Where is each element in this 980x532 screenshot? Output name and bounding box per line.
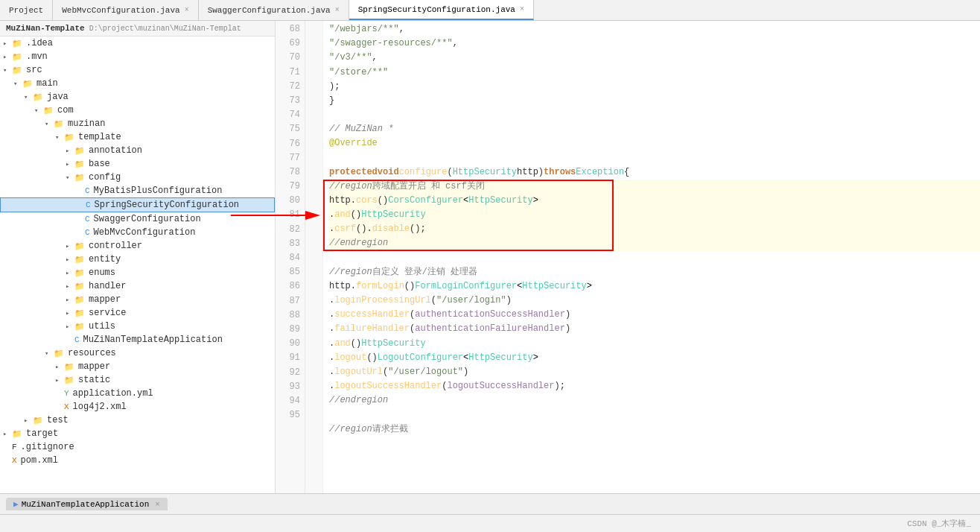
tree-item-mapper[interactable]: ▸📁 mapper	[0, 293, 275, 306]
tree-item-service[interactable]: ▸📁 service	[0, 306, 275, 320]
method-signature-line: protected void configure(HttpSecurity ht…	[329, 165, 980, 180]
tree-item-log4jxml[interactable]: X log4j2.xml	[0, 400, 275, 414]
java-icon-muzinantemplateapp: C	[74, 335, 80, 344]
run-icon: ▶	[13, 499, 19, 509]
code-line-78: //region 跨域配置开启 和 csrf关闭	[329, 180, 980, 194]
tree-item-swagger[interactable]: C SwaggerConfiguration	[0, 212, 275, 226]
tree-arrow-main: ▾	[13, 80, 22, 88]
tree-item-muzinantemplateapp[interactable]: C MuZiNanTemplateApplication	[0, 333, 275, 346]
tree-item-pomxml[interactable]: X pom.xml	[0, 454, 275, 467]
tab-springsecurity[interactable]: SpringSecurityConfiguration.java ×	[349, 0, 534, 20]
tree-arrow-utils: ▸	[66, 323, 74, 331]
tab-close-swagger[interactable]: ×	[335, 6, 340, 14]
code-line-86: .loginProcessingUrl("/user/login")	[329, 294, 980, 308]
line-num-83: 83	[276, 237, 300, 251]
tab-swagger[interactable]: SwaggerConfiguration.java ×	[199, 0, 349, 20]
tree-item-java[interactable]: ▾📁 java	[0, 90, 275, 104]
tree-item-src[interactable]: ▾📁 src	[0, 63, 275, 77]
tree-item-test[interactable]: ▸📁 test	[0, 414, 275, 427]
tree-label-entity: entity	[89, 254, 121, 265]
tree-label-mvn: .mvn	[26, 51, 48, 62]
code-line-73: }	[329, 94, 980, 108]
tab-webmvc[interactable]: WebMvcConfiguration.java ×	[53, 0, 198, 20]
tree-item-handler[interactable]: ▸📁 handler	[0, 279, 275, 293]
tree-label-utils: utils	[89, 321, 115, 332]
line-num-89: 89	[276, 323, 300, 337]
bottom-tab-close[interactable]: ×	[155, 500, 160, 509]
code-line-72: );	[329, 80, 980, 94]
tree-item-controller[interactable]: ▸📁 controller	[0, 239, 275, 253]
folder-icon-handler: 📁	[74, 282, 85, 291]
tree-label-mapper: mapper	[89, 294, 121, 305]
tree-label-idea: .idea	[26, 38, 53, 48]
tree-item-base[interactable]: ▸📁 base	[0, 157, 275, 171]
tree-arrow-static: ▸	[55, 376, 64, 384]
tree-item-enums[interactable]: ▸📁 enums	[0, 266, 275, 279]
tree-item-idea[interactable]: ▸📁 .idea	[0, 37, 275, 50]
folder-icon-mvn: 📁	[12, 52, 22, 62]
tree-item-utils[interactable]: ▸📁 utils	[0, 320, 275, 333]
tree-item-mvn[interactable]: ▸📁 .mvn	[0, 50, 275, 63]
tree-item-com[interactable]: ▾📁 com	[0, 104, 275, 117]
folder-icon-idea: 📁	[12, 39, 22, 48]
tree-item-muzinan[interactable]: ▾📁 muzinan	[0, 117, 275, 130]
line-num-93: 93	[276, 380, 300, 394]
tree-arrow-resources: ▾	[45, 349, 54, 358]
xml-icon-log4jxml: X	[64, 402, 69, 411]
code-content[interactable]: "/webjars/**", "/swagger-resources/**", …	[323, 21, 980, 493]
tree-item-config[interactable]: ▾📁 config	[0, 171, 275, 184]
tree-item-static[interactable]: ▸📁 static	[0, 373, 275, 387]
folder-icon-service: 📁	[74, 308, 85, 318]
tree-arrow-enums: ▸	[66, 269, 74, 277]
tree-arrow-config: ▾	[66, 174, 74, 182]
file-icon-gitignore: F	[12, 443, 17, 452]
sidebar-project-name: MuZiNan-Template	[6, 24, 85, 33]
line-num-69: 69	[276, 37, 300, 51]
tree-arrow-template: ▾	[55, 133, 64, 142]
tree-item-target[interactable]: ▸📁 target	[0, 427, 275, 440]
tree-arrow-entity: ▸	[66, 256, 74, 264]
tab-bar: Project WebMvcConfiguration.java × Swagg…	[0, 0, 980, 21]
code-line-94	[329, 408, 980, 422]
code-line-82: //endregion	[329, 236, 980, 250]
tree-arrow-idea: ▸	[3, 39, 12, 48]
tree-item-mybatisplus[interactable]: C MyBatisPlusConfiguration	[0, 184, 275, 197]
tree-label-muzinan: muzinan	[68, 118, 105, 129]
tree-item-resources[interactable]: ▾📁 resources	[0, 346, 275, 360]
tree-item-gitignore[interactable]: F .gitignore	[0, 440, 275, 454]
tree-item-annotation[interactable]: ▸📁 annotation	[0, 144, 275, 157]
line-num-91: 91	[276, 351, 300, 365]
tree-label-pomxml: pom.xml	[21, 455, 58, 466]
tree-label-gitignore: .gitignore	[21, 442, 74, 452]
line-num-76: 76	[276, 137, 300, 151]
tree-item-applicationyml[interactable]: Y application.yml	[0, 387, 275, 400]
tab-close-webmvc[interactable]: ×	[185, 6, 189, 14]
tree-item-template[interactable]: ▾📁 template	[0, 130, 275, 144]
tree-arrow-mapper: ▸	[66, 296, 74, 304]
tree-item-entity[interactable]: ▸📁 entity	[0, 253, 275, 266]
folder-icon-static: 📁	[64, 376, 74, 385]
folder-icon-mapper: 📁	[74, 295, 85, 305]
code-line-69: "/swagger-resources/**",	[329, 37, 980, 51]
folder-icon-muzinan: 📁	[54, 119, 64, 129]
code-container[interactable]: 6869707172737475767778798081828384858687…	[276, 21, 980, 493]
code-line-68: "/webjars/**",	[329, 22, 980, 37]
tree-item-springsecurity[interactable]: C SpringSecurityConfiguration	[0, 197, 275, 212]
sidebar-path: D:\project\muzinan\MuZiNan-Templat	[89, 25, 241, 33]
tree-label-target: target	[26, 428, 58, 439]
java-icon-webmvc: C	[85, 228, 90, 237]
tab-close-springsecurity[interactable]: ×	[520, 5, 524, 13]
code-line-88: .failureHandler(authenticationFailureHan…	[329, 322, 980, 336]
folder-icon-annotation: 📁	[74, 146, 85, 156]
bottom-run-tab[interactable]: ▶ MuZiNanTemplateApplication ×	[6, 498, 168, 510]
tree-item-main[interactable]: ▾📁 main	[0, 77, 275, 90]
folder-icon-template: 📁	[64, 133, 74, 142]
code-line-91: .logoutUrl("/user/logout")	[329, 365, 980, 379]
tree-label-controller: controller	[89, 241, 142, 251]
java-icon-springsecurity: C	[86, 200, 91, 209]
folder-icon-entity: 📁	[74, 255, 85, 265]
tree-item-mapper-res[interactable]: ▸📁 mapper	[0, 360, 275, 373]
tab-project[interactable]: Project	[0, 0, 53, 20]
line-num-73: 73	[276, 94, 300, 108]
tree-item-webmvc[interactable]: C WebMvcConfiguration	[0, 226, 275, 239]
